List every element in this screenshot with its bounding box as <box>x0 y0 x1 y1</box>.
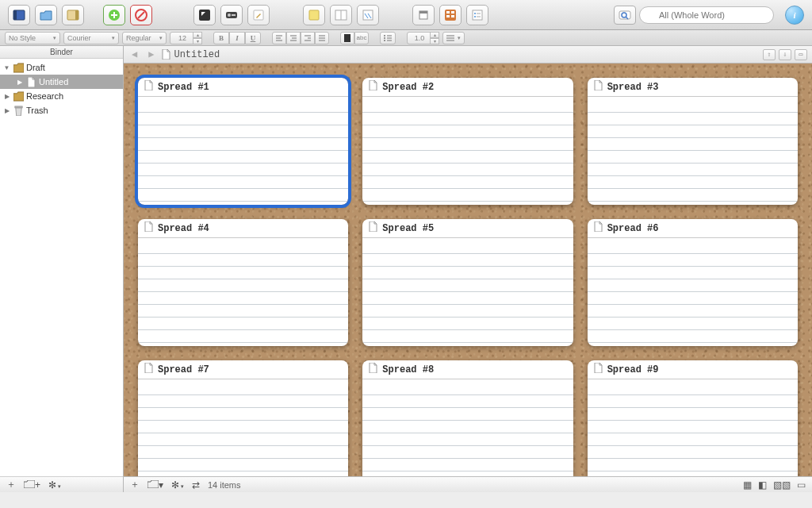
align-center-button[interactable] <box>286 32 301 44</box>
info-button[interactable]: i <box>785 6 804 25</box>
index-card[interactable]: Spread #7 <box>138 360 348 476</box>
line-spacing-field[interactable]: 1.0 <box>407 32 432 44</box>
highlight-color-button[interactable]: abc <box>354 32 369 44</box>
card-title[interactable]: Spread #1 <box>158 82 209 93</box>
card-title[interactable]: Spread #4 <box>158 223 209 234</box>
card-synopsis[interactable] <box>138 97 348 205</box>
font-size-field[interactable]: 12 <box>170 32 195 44</box>
bold-button[interactable]: B <box>213 32 229 44</box>
svg-rect-22 <box>446 15 450 17</box>
trash-icon <box>13 105 24 116</box>
card-title[interactable]: Spread #5 <box>382 223 434 234</box>
index-card[interactable]: Spread #9 <box>588 360 798 476</box>
compose-enter-button[interactable] <box>193 5 216 25</box>
add-button[interactable] <box>103 5 125 25</box>
add-document-button[interactable]: ＋ <box>6 478 16 491</box>
search-input[interactable] <box>639 6 774 24</box>
spacing-mode-select[interactable] <box>442 32 465 44</box>
style-select[interactable]: No Style <box>5 32 60 44</box>
card-synopsis[interactable] <box>362 238 573 346</box>
binder-item[interactable]: ▶Trash <box>0 103 123 117</box>
layout-button[interactable] <box>330 5 352 25</box>
disclosure-triangle[interactable]: ▶ <box>3 107 10 114</box>
view-label-button[interactable]: ◧ <box>758 479 767 491</box>
comment-button[interactable] <box>303 5 325 25</box>
view-mode-outline-button[interactable] <box>466 5 488 25</box>
index-card[interactable]: Spread #5 <box>362 219 573 346</box>
card-title[interactable]: Spread #2 <box>382 82 434 93</box>
disclosure-triangle[interactable]: ▶ <box>16 79 23 86</box>
view-cards-button[interactable]: ▧▧ <box>773 479 791 491</box>
collections-button[interactable] <box>35 5 57 25</box>
svg-rect-24 <box>473 10 482 20</box>
card-synopsis[interactable] <box>138 238 348 346</box>
card-title[interactable]: Spread #3 <box>607 82 659 93</box>
document-icon <box>594 363 603 376</box>
disclosure-triangle[interactable]: ▶ <box>3 93 10 100</box>
footer-shuffle-button[interactable]: ⇄ <box>192 479 200 491</box>
underline-button[interactable]: U <box>245 32 261 44</box>
card-synopsis[interactable] <box>588 97 798 205</box>
view-freeform-button[interactable]: ▭ <box>797 479 806 491</box>
nav-down-button[interactable]: ⇩ <box>779 49 791 60</box>
font-select[interactable]: Courier <box>63 32 119 44</box>
footer-action-menu[interactable]: ✻ <box>171 479 184 491</box>
card-synopsis[interactable] <box>362 97 573 205</box>
size-up[interactable]: ▴ <box>193 32 202 38</box>
svg-point-47 <box>384 35 385 37</box>
nav-back-button[interactable]: ◀ <box>128 48 140 60</box>
text-color-button[interactable] <box>340 32 354 44</box>
card-title[interactable]: Spread #7 <box>158 364 209 375</box>
nav-document-title[interactable]: Untitled <box>162 49 220 60</box>
card-title[interactable]: Spread #6 <box>607 223 659 234</box>
editor-footer: ＋ ▾ ✻ ⇄ 14 items ▦ ◧ ▧▧ ▭ <box>124 476 812 492</box>
keywords-button[interactable] <box>220 5 243 25</box>
size-down[interactable]: ▾ <box>193 38 202 44</box>
edit-button[interactable] <box>247 5 270 25</box>
align-right-button[interactable] <box>301 32 315 44</box>
binder-toggle-button[interactable] <box>8 5 30 25</box>
italic-button[interactable]: I <box>229 32 245 44</box>
index-card[interactable]: Spread #8 <box>362 360 573 476</box>
spacing-down[interactable]: ▾ <box>430 38 439 44</box>
corkboard[interactable]: Spread #1Spread #2Spread #3Spread #4Spre… <box>124 64 812 476</box>
delete-button[interactable] <box>130 5 152 25</box>
index-card[interactable]: Spread #1 <box>138 78 348 205</box>
list-button[interactable] <box>380 32 396 44</box>
spacing-up[interactable]: ▴ <box>430 32 439 38</box>
index-card[interactable]: Spread #4 <box>138 219 348 346</box>
footer-add-button[interactable]: ＋ <box>130 478 140 491</box>
index-card[interactable]: Spread #2 <box>362 78 573 205</box>
nav-forward-button[interactable]: ▶ <box>145 48 157 60</box>
card-title[interactable]: Spread #9 <box>607 364 659 375</box>
sidebar-footer: ＋ + ✻ <box>0 476 123 492</box>
sidebar-action-menu[interactable]: ✻ <box>48 479 61 491</box>
wrap-button[interactable] <box>357 5 379 25</box>
nav-up-button[interactable]: ⇧ <box>763 49 776 60</box>
card-synopsis[interactable] <box>362 379 573 476</box>
add-folder-button[interactable]: + <box>24 479 40 491</box>
footer-folder-button[interactable]: ▾ <box>147 479 163 491</box>
disclosure-triangle[interactable]: ▼ <box>3 64 10 71</box>
svg-point-25 <box>474 13 476 14</box>
binder-item[interactable]: ▶Untitled <box>0 75 123 89</box>
inspector-toggle-button[interactable] <box>62 5 84 25</box>
nav-split-button[interactable]: ▭ <box>795 49 807 60</box>
quick-search-button[interactable] <box>614 6 636 25</box>
align-left-button[interactable] <box>272 32 286 44</box>
font-variant-select[interactable]: Regular <box>122 32 167 44</box>
compile-button[interactable] <box>412 5 435 25</box>
index-card[interactable]: Spread #3 <box>588 78 798 205</box>
card-synopsis[interactable] <box>588 379 798 476</box>
binder-item[interactable]: ▼Draft <box>0 60 123 75</box>
card-synopsis[interactable] <box>138 379 348 476</box>
index-card[interactable]: Spread #6 <box>588 219 798 346</box>
binder-item[interactable]: ▶Research <box>0 89 123 103</box>
svg-rect-21 <box>451 11 454 13</box>
view-mode-cork-button[interactable] <box>439 5 462 25</box>
svg-rect-46 <box>344 34 350 42</box>
view-grid-button[interactable]: ▦ <box>743 479 752 491</box>
card-title[interactable]: Spread #8 <box>382 364 434 375</box>
align-justify-button[interactable] <box>315 32 329 44</box>
card-synopsis[interactable] <box>588 238 798 346</box>
